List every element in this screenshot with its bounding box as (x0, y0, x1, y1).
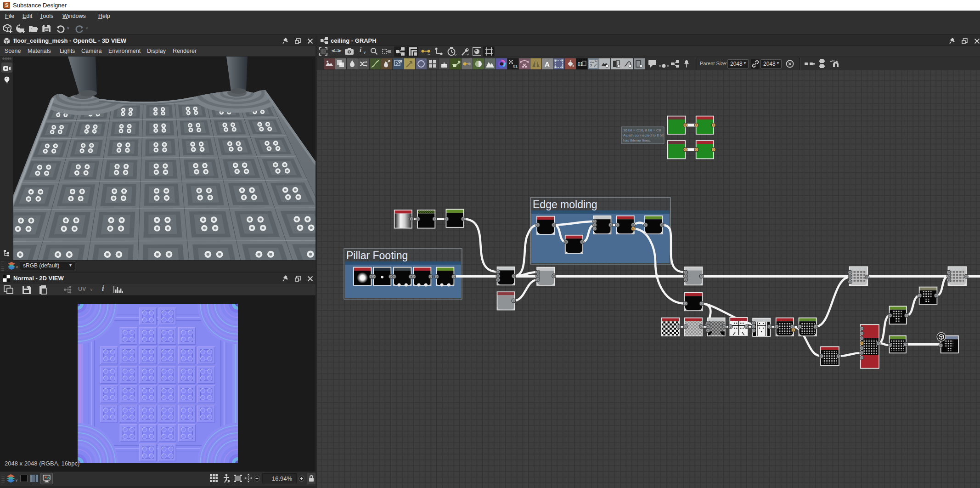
svg-text:01: 01 (578, 62, 583, 67)
svg-text:Pillar Footing: Pillar Footing (346, 250, 408, 261)
svg-text:has thinner lines.: has thinner lines. (623, 138, 651, 142)
svg-text:Edge molding: Edge molding (533, 199, 597, 210)
svg-text:A path connected to 8 bit: A path connected to 8 bit (623, 133, 664, 137)
svg-text:16 bit = C16, 8 bit = C8: 16 bit = C16, 8 bit = C8 (623, 128, 661, 132)
svg-text:A: A (545, 60, 550, 68)
svg-text:01: 01 (513, 64, 518, 68)
